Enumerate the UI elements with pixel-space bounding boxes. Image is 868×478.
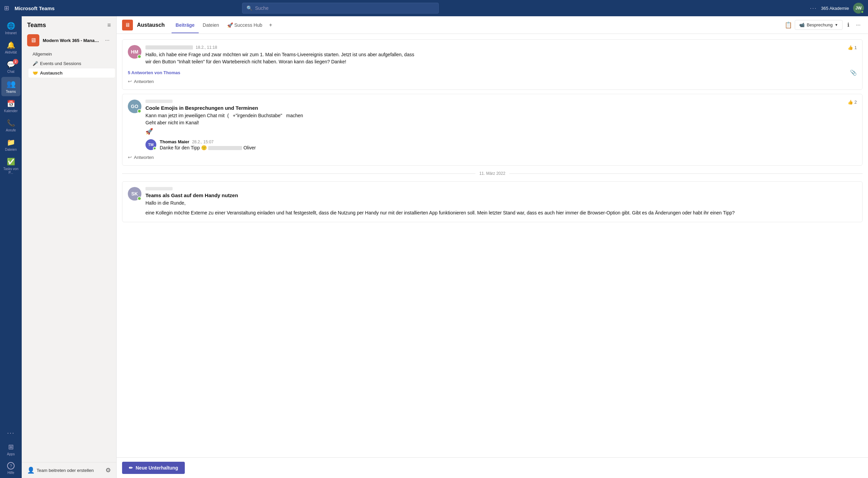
- avatar-hm: HM: [128, 45, 141, 59]
- message-thread-1: HM 18.2., 11:18 Hallo, ich habe eine Fra…: [122, 39, 863, 90]
- channel-header-name: Austausch: [137, 22, 165, 28]
- search-icon: 🔍: [246, 5, 252, 11]
- sidebar-item-tasks[interactable]: ✅ Tasks von P...: [1, 155, 20, 177]
- team-header[interactable]: 🖥 Modern Work 365 - Manager T... ···: [23, 32, 115, 49]
- user-avatar[interactable]: JW: [853, 3, 864, 14]
- chat-badge: 2: [13, 59, 18, 64]
- add-tab-btn[interactable]: +: [266, 17, 275, 33]
- teams-sidebar: Teams ≡ 🖥 Modern Work 365 - Manager T...…: [22, 16, 117, 478]
- message-thread-1-header: HM 18.2., 11:18 Hallo, ich habe eine Fra…: [128, 45, 857, 65]
- sidebar-item-anrufe[interactable]: 📞 Anrufe: [1, 116, 20, 135]
- author-placeholder-3: [145, 187, 173, 190]
- clip-icon[interactable]: 📋: [785, 21, 792, 29]
- like-btn-1[interactable]: 👍 1: [848, 45, 857, 50]
- handshake-icon: 🤝: [33, 70, 38, 76]
- message-1-time: 18.2., 11:18: [196, 45, 217, 50]
- tab-success-hub[interactable]: 🚀 Success Hub: [223, 18, 266, 33]
- more-actions-btn[interactable]: ···: [854, 20, 863, 30]
- teams-icon: 👥: [6, 80, 16, 88]
- reply-meta: Thomas Maier 28.2., 15:07: [160, 139, 256, 144]
- tab-dateien[interactable]: Dateien: [199, 18, 223, 33]
- new-conversation-btn[interactable]: ✏ Neue Unterhaltung: [122, 462, 185, 474]
- reply-action-2: ↩ Antworten: [128, 154, 857, 160]
- sidebar-item-help[interactable]: ? Hilfe: [1, 459, 20, 477]
- search-input[interactable]: [255, 5, 434, 11]
- sidebar-item-kalender[interactable]: 📅 Kalender: [1, 97, 20, 116]
- sidebar-title: Teams: [27, 22, 46, 29]
- message-thread-2: GO Coole Emojis in Besprechungen und Ter…: [122, 94, 863, 166]
- avatar-tm: TM: [145, 139, 156, 150]
- messages-area: HM 18.2., 11:18 Hallo, ich habe eine Fra…: [117, 34, 868, 457]
- message-2-text: Kann man jetzt im jeweiligen Chat mit ( …: [145, 112, 848, 126]
- message-3-body: Teams als Gast auf dem Handy nutzen Hall…: [145, 187, 857, 216]
- join-team-btn[interactable]: 👤 Team beitreten oder erstellen: [27, 466, 94, 474]
- status-dot-3: [137, 196, 141, 201]
- online-status-dot: [861, 10, 864, 14]
- settings-icon[interactable]: ⚙: [105, 466, 111, 474]
- message-1-right-actions: 👍 1: [848, 45, 857, 50]
- team-more-btn[interactable]: ···: [104, 37, 111, 44]
- user-name-label: 365 Akademie: [821, 6, 849, 11]
- chevron-down-icon[interactable]: ▼: [835, 23, 838, 27]
- channel-item-austausch[interactable]: 🤝 Austausch: [28, 68, 115, 78]
- message-2-body: Coole Emojis in Besprechungen und Termin…: [145, 100, 848, 135]
- message-3-text: Hallo in die Runde, eine Kollegin möchte…: [145, 200, 857, 216]
- blurred-name: [208, 146, 242, 150]
- main-content: 🖥 Austausch Beiträge Dateien 🚀 Success H…: [117, 16, 868, 478]
- message-1-text: Hallo, ich habe eine Frage und zwar möch…: [145, 51, 414, 65]
- more-dots-btn[interactable]: ···: [810, 5, 817, 12]
- message-2-like: 👍 2: [848, 100, 857, 105]
- reply-text: Danke für den Tipp 🙂 Oliver: [160, 145, 256, 150]
- sidebar-bottom: 👤 Team beitreten oder erstellen ⚙: [22, 462, 116, 478]
- sidebar-item-chat[interactable]: 💬 Chat 2: [1, 58, 20, 76]
- status-dot: [137, 55, 141, 59]
- message-1-meta: 18.2., 11:18: [145, 45, 414, 50]
- tab-beitrage[interactable]: Beiträge: [172, 18, 199, 33]
- files-icon: 📁: [7, 138, 15, 146]
- like-btn-2[interactable]: 👍 2: [848, 100, 857, 105]
- message-2-header: GO Coole Emojis in Besprechungen und Ter…: [128, 100, 848, 135]
- message-2-title: Coole Emojis in Besprechungen und Termin…: [145, 105, 848, 111]
- apps-icon: ⊞: [8, 443, 14, 451]
- message-3-header: SK Teams als Gast auf dem Handy nutzen H…: [128, 187, 857, 216]
- team-name: Modern Work 365 - Manager T...: [43, 38, 100, 43]
- meeting-btn[interactable]: 📹 Besprechung ▼: [795, 20, 843, 30]
- info-btn[interactable]: ℹ: [845, 20, 851, 30]
- more-icon: ···: [7, 429, 15, 437]
- avatar-sk: SK: [128, 187, 141, 201]
- message-thread-2-header: GO Coole Emojis in Besprechungen und Ter…: [128, 100, 857, 150]
- sidebar-item-more[interactable]: ···: [1, 426, 20, 439]
- sidebar-item-dateien[interactable]: 📁 Dateien: [1, 136, 20, 154]
- replies-link-1[interactable]: 5 Antworten von Thomas: [128, 70, 180, 75]
- app-grid-icon[interactable]: ⊞: [4, 4, 9, 12]
- sidebar-item-aktivitat[interactable]: 🔔 Aktivität: [1, 38, 20, 57]
- channel-item-events[interactable]: 🎤 Events und Sessions: [28, 59, 115, 68]
- message-1-body: 18.2., 11:18 Hallo, ich habe eine Frage …: [145, 45, 414, 65]
- team-item: 🖥 Modern Work 365 - Manager T... ··· All…: [22, 32, 116, 78]
- message-2-meta: [145, 100, 848, 104]
- avatar-go: GO: [128, 100, 141, 113]
- filter-icon[interactable]: ≡: [107, 22, 111, 29]
- channel-item-allgemein[interactable]: Allgemein: [28, 49, 115, 59]
- message-1-header: HM 18.2., 11:18 Hallo, ich habe eine Fra…: [128, 45, 414, 65]
- search-box[interactable]: 🔍: [242, 3, 439, 14]
- reply-arrow-icon: ↩: [128, 79, 132, 84]
- channel-header-right: 📋 📹 Besprechung ▼ ℹ ···: [785, 20, 863, 30]
- sidebar-header: Teams ≡: [22, 16, 116, 32]
- channel-tabs: Beiträge Dateien 🚀 Success Hub +: [172, 17, 275, 33]
- app-title: Microsoft Teams: [15, 5, 55, 11]
- help-icon: ?: [7, 462, 15, 470]
- sidebar-item-apps[interactable]: ⊞ Apps: [1, 440, 20, 459]
- reply-btn-1[interactable]: Antworten: [134, 79, 154, 84]
- reply-time: 28.2., 15:07: [192, 140, 213, 144]
- sidebar-item-intranet[interactable]: 🌐 Intranet: [1, 19, 20, 38]
- join-icon: 👤: [27, 466, 35, 474]
- teams-list: 🖥 Modern Work 365 - Manager T... ··· All…: [22, 32, 116, 462]
- channel-header: 🖥 Austausch Beiträge Dateien 🚀 Success H…: [117, 16, 868, 34]
- reply-item-1: TM Thomas Maier 28.2., 15:07 Danke für d…: [145, 139, 848, 150]
- attach-icon-1[interactable]: 📎: [850, 69, 857, 76]
- channel-header-icon: 🖥: [122, 20, 133, 30]
- message-1-actions: 5 Antworten von Thomas 📎: [128, 69, 857, 76]
- reply-btn-2[interactable]: Antworten: [134, 155, 154, 160]
- sidebar-item-teams[interactable]: 👥 Teams: [1, 77, 20, 96]
